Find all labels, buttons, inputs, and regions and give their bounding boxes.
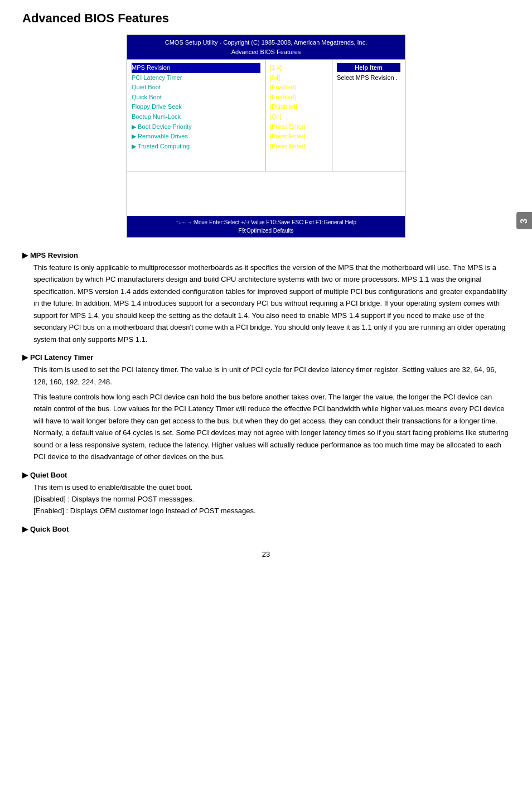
bios-item-removable: Removable Drives <box>132 132 260 142</box>
val-bootup: [On] <box>270 112 327 122</box>
bios-item-mps-revision: MPS Revision <box>132 63 260 73</box>
bios-item-pci-latency: PCI Latency Timer <box>132 73 260 83</box>
section-pci-latency: ▶ PCI Latency Timer This item is used to… <box>22 353 510 463</box>
bios-values: [1.4] [64] [Enabled] [Enabled] [Disabled… <box>265 60 332 171</box>
section-quiet-boot: ▶ Quiet Boot This item is used to enable… <box>22 471 510 517</box>
val-quiet: [Enabled] <box>270 83 327 93</box>
bios-screenshot: CMOS Setup Utility - Copyright (C) 1985-… <box>127 35 405 238</box>
bios-help: Help Item Select MPS Revision . <box>332 60 405 171</box>
section-mps-revision: ▶ MPS Revision This feature is only appl… <box>22 251 510 345</box>
val-trusted: [Press Enter] <box>270 142 327 152</box>
arrow-icon: ▶ <box>22 251 28 259</box>
page-number: 23 <box>22 550 510 558</box>
page-title: Advanced BIOS Features <box>22 11 510 26</box>
arrow-icon: ▶ <box>22 353 28 361</box>
bios-item-quick-boot: Quick Boot <box>132 93 260 103</box>
val-mps: [1.4] <box>270 63 327 73</box>
section-body-mps: This feature is only applicable to multi… <box>33 262 510 345</box>
val-pci: [64] <box>270 73 327 83</box>
val-quick: [Enabled] <box>270 93 327 103</box>
section-body-pci: This item is used to set the PCI latency… <box>33 364 510 463</box>
section-title-pci: ▶ PCI Latency Timer <box>22 353 510 361</box>
bios-item-boot-device: Boot Device Priority <box>132 122 260 132</box>
val-floppy: [Disabled] <box>270 102 327 112</box>
bios-menu: MPS Revision PCI Latency Timer Quiet Boo… <box>127 60 265 171</box>
val-boot-device: [Press Enter] <box>270 122 327 132</box>
bios-item-trusted: Trusted Computing <box>132 142 260 152</box>
bios-footer: ↑↓←→:Move Enter:Select +/-/:Value F10:Sa… <box>127 216 405 237</box>
section-title-quick: ▶ Quick Boot <box>22 525 510 533</box>
val-removable: [Press Enter] <box>270 132 327 142</box>
bios-item-floppy-seek: Floppy Drive Seek <box>132 102 260 112</box>
section-title-mps: ▶ MPS Revision <box>22 251 510 259</box>
help-text: Select MPS Revision . <box>337 74 400 81</box>
arrow-icon: ▶ <box>22 525 28 533</box>
arrow-icon: ▶ <box>22 471 28 479</box>
section-title-quiet: ▶ Quiet Boot <box>22 471 510 479</box>
help-title: Help Item <box>337 63 400 72</box>
bios-header: CMOS Setup Utility - Copyright (C) 1985-… <box>127 35 405 59</box>
bios-item-quiet-boot: Quiet Boot <box>132 83 260 93</box>
chapter-tab: 3 <box>516 212 532 229</box>
section-body-quiet: This item is used to enable/disable the … <box>33 481 510 517</box>
bios-item-bootup-num: Bootup Num-Lock <box>132 112 260 122</box>
section-quick-boot: ▶ Quick Boot <box>22 525 510 533</box>
